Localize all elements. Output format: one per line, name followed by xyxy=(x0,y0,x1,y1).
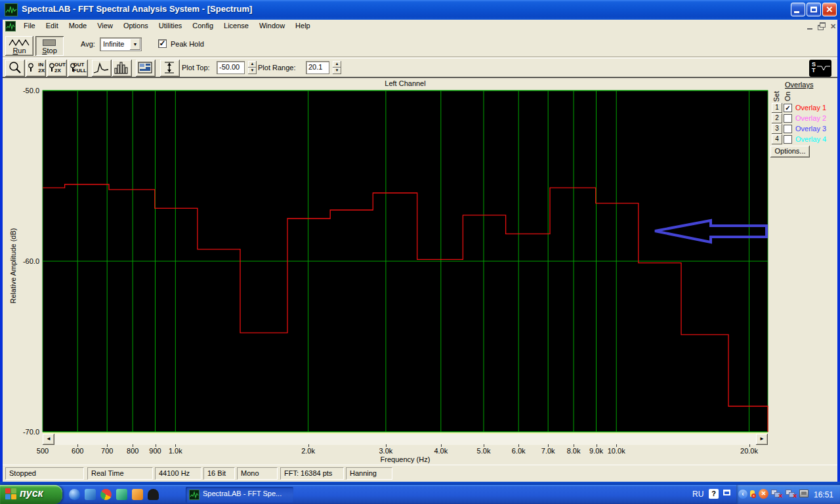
y-axis-title: Relative Amplitude (dB) xyxy=(9,220,17,312)
plot-range-input[interactable]: 20.1 xyxy=(306,61,329,74)
overlay-label-1: Overlay 1 xyxy=(795,104,826,112)
signal-generator-icon[interactable]: ST xyxy=(809,60,831,77)
status-panel: 16 Bit xyxy=(203,467,235,480)
alert-ball-tray-icon[interactable]: ✕ xyxy=(759,489,768,499)
task-icon xyxy=(189,490,200,500)
stop-label: Stop xyxy=(35,47,64,54)
avg-dropdown[interactable]: Infinite ▼ xyxy=(100,37,142,51)
start-button[interactable]: пуск xyxy=(0,485,62,504)
plot-top-input[interactable]: -50.00 xyxy=(217,61,245,74)
menu-window[interactable]: Window xyxy=(254,20,290,33)
x-tick-label: 1.0k xyxy=(169,447,182,455)
y-tick-label: -70.0 xyxy=(12,428,39,436)
menu-config[interactable]: Config xyxy=(187,20,219,33)
language-indicator[interactable]: RU xyxy=(692,490,704,499)
overlay-on-checkbox-4[interactable] xyxy=(784,135,792,144)
spin-up-icon xyxy=(333,61,341,68)
plot-range-spinner[interactable] xyxy=(333,61,341,74)
mdi-close-button[interactable]: ✕ xyxy=(828,22,838,31)
chevron-down-icon[interactable]: ▼ xyxy=(130,39,140,50)
display-options-button[interactable] xyxy=(136,60,156,77)
zoom-out-full-button[interactable]: OUTFULL xyxy=(68,60,88,77)
overlays-title[interactable]: Overlays xyxy=(785,81,813,89)
menu-help[interactable]: Help xyxy=(290,20,316,33)
overlay-on-checkbox-3[interactable] xyxy=(784,125,792,133)
document-icon[interactable] xyxy=(5,21,16,32)
app-icon xyxy=(5,3,18,16)
spin-up-icon xyxy=(248,61,257,68)
menu-utilities[interactable]: Utilities xyxy=(154,20,187,33)
plot-top-spinner[interactable] xyxy=(248,61,257,74)
clock-app-icon[interactable] xyxy=(132,489,143,500)
network-alert-tray-icon[interactable]: ✕ xyxy=(771,490,782,498)
peak-hold-label: Peak Hold xyxy=(171,40,204,48)
bar-view-button[interactable] xyxy=(112,60,132,77)
display-tray-icon[interactable] xyxy=(799,490,808,497)
amplitude-scale-button[interactable] xyxy=(160,60,180,77)
green-app-icon[interactable] xyxy=(116,489,127,500)
status-panel: Real Time xyxy=(87,467,153,480)
close-button[interactable]: ✕ xyxy=(822,3,837,16)
overlays-set-column-label: Set xyxy=(772,89,781,104)
window-title: SpectraLAB - FFT Spectral Analysis Syste… xyxy=(22,4,252,14)
menu-mode[interactable]: Mode xyxy=(64,20,93,33)
status-panel: Mono xyxy=(237,467,278,480)
overlay-label-2: Overlay 2 xyxy=(795,114,826,122)
menu-options[interactable]: Options xyxy=(118,20,154,33)
task-button-spectralab[interactable]: SpectraLAB - FFT Spe... xyxy=(186,487,293,503)
overlay-set-button-4[interactable]: 4 xyxy=(772,135,782,144)
overlay-label-3: Overlay 3 xyxy=(795,125,826,133)
chart-title: Left Channel xyxy=(43,79,768,87)
x-axis-title: Frequency (Hz) xyxy=(43,455,768,463)
zoom-out-2x-button[interactable]: OUT2X xyxy=(47,60,67,77)
zoom-button[interactable] xyxy=(5,60,25,77)
overlays-options-button[interactable]: Options... xyxy=(770,146,810,158)
spectrum-view-button[interactable] xyxy=(92,60,112,77)
restore-window-icon[interactable] xyxy=(723,490,730,495)
taskbar-clock[interactable]: 16:51 xyxy=(814,490,833,499)
overlay-set-button-3[interactable]: 3 xyxy=(772,124,782,134)
zoom-in-2x-button[interactable]: IN2X xyxy=(26,60,46,77)
scroll-left-icon[interactable]: ◄ xyxy=(43,434,54,445)
bulb-alert-tray-icon[interactable]: x xyxy=(750,490,755,497)
fox-icon[interactable] xyxy=(148,489,159,500)
x-tick-label: 5.0k xyxy=(477,447,491,455)
mdi-minimize-button[interactable] xyxy=(806,22,816,31)
overlay-set-button-2[interactable]: 2 xyxy=(772,114,782,123)
peak-hold-checkbox[interactable]: ✓ xyxy=(158,39,167,48)
stop-icon xyxy=(43,39,56,46)
menu-edit[interactable]: Edit xyxy=(41,20,64,33)
menu-items: FileEditModeViewOptionsUtilitiesConfigLi… xyxy=(18,20,316,33)
x-tick-label: 700 xyxy=(101,447,113,455)
network-alert-tray-icon[interactable]: ✕ xyxy=(786,490,796,498)
title-bar: SpectraLAB - FFT Spectral Analysis Syste… xyxy=(0,0,840,20)
run-label: Run xyxy=(5,47,33,54)
status-panel: Stopped xyxy=(5,467,84,480)
stop-button[interactable]: Stop xyxy=(35,36,64,56)
x-tick-label: 4.0k xyxy=(434,447,448,455)
scroll-right-icon[interactable]: ► xyxy=(756,434,768,445)
mdi-restore-button[interactable] xyxy=(817,22,827,31)
y-tick-label: -50.0 xyxy=(12,87,39,94)
browser-icon[interactable] xyxy=(100,489,112,500)
run-button[interactable]: Run xyxy=(5,36,33,56)
help-balloon-icon[interactable]: ? xyxy=(709,489,719,499)
overlay-on-checkbox-2[interactable] xyxy=(784,114,792,123)
maximize-button[interactable] xyxy=(807,3,821,16)
minimize-button[interactable] xyxy=(791,3,805,16)
menu-license[interactable]: License xyxy=(219,20,254,33)
overlay-set-button-1[interactable]: 1 xyxy=(772,103,782,113)
x-tick-label: 900 xyxy=(149,447,161,455)
status-panel: 44100 Hz xyxy=(155,467,201,480)
tray-collapse-chevron-icon[interactable]: ‹ xyxy=(738,490,747,499)
media-player-icon[interactable] xyxy=(69,489,80,500)
horizontal-scrollbar[interactable]: ◄ ► xyxy=(43,434,768,445)
overlay-label-4: Overlay 4 xyxy=(795,135,826,143)
avg-label: Avg: xyxy=(81,40,95,48)
menu-view[interactable]: View xyxy=(92,20,118,33)
x-tick-label: 9.0k xyxy=(589,447,603,455)
messenger-icon[interactable] xyxy=(85,489,96,500)
system-tray: ‹ x ✕ ✕ ✕ 16:51 xyxy=(736,485,840,504)
menu-file[interactable]: File xyxy=(18,20,41,33)
overlay-on-checkbox-1[interactable]: ✓ xyxy=(784,104,792,112)
